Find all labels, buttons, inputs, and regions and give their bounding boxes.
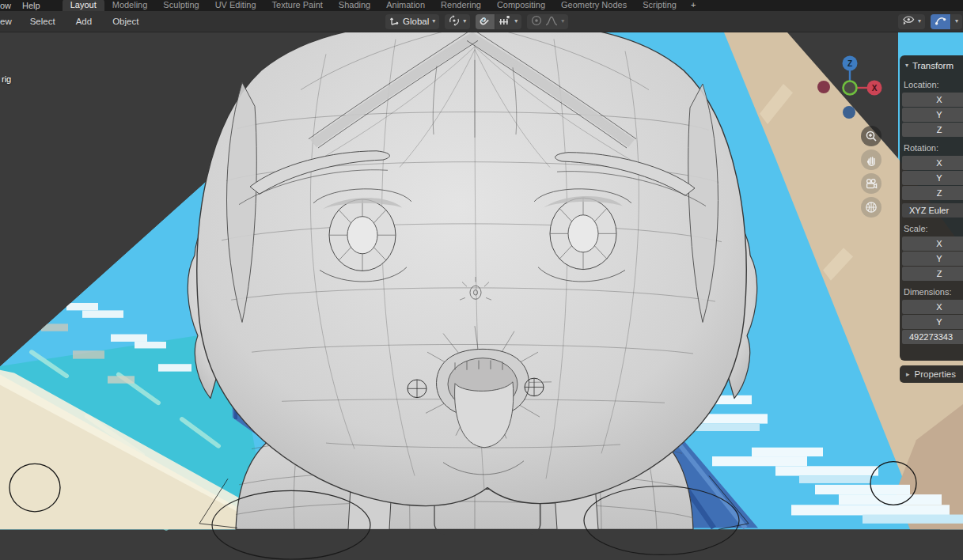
- viewport-header: ew Select Add Object Global ▾ ▾: [0, 11, 963, 32]
- properties-tab-label: Properties: [915, 369, 956, 379]
- scale-y-field[interactable]: Y: [902, 252, 963, 266]
- properties-tab[interactable]: ▸ Properties: [900, 365, 963, 383]
- chevron-down-icon: ▾: [955, 18, 958, 25]
- chevron-down-icon: ▾: [432, 18, 435, 25]
- dimensions-x-field[interactable]: X: [902, 300, 963, 314]
- show-overlays-icon: [935, 15, 946, 28]
- chevron-down-icon: ▾: [918, 18, 921, 25]
- scale-x-field[interactable]: X: [902, 236, 963, 251]
- transform-panel-header[interactable]: ▾ Transform: [900, 59, 963, 74]
- scale-label: Scale:: [904, 224, 963, 233]
- object-menu[interactable]: Object: [102, 17, 149, 26]
- tab-animation[interactable]: Animation: [378, 0, 433, 11]
- location-label: Location:: [904, 80, 963, 89]
- tab-geometry-nodes[interactable]: Geometry Nodes: [553, 0, 635, 11]
- rotation-z-field[interactable]: Z: [902, 186, 963, 200]
- show-gizmo-dropdown[interactable]: ▾: [898, 14, 925, 29]
- snap-increment-icon: [499, 15, 511, 28]
- workspace-tabs: Layout Modeling Sculpting UV Editing Tex…: [63, 0, 703, 11]
- pan-button[interactable]: [861, 149, 881, 170]
- show-overlays-toggle[interactable]: [931, 14, 950, 29]
- gizmo-axis-neg-x: [817, 81, 830, 93]
- rotation-x-field[interactable]: X: [902, 156, 963, 170]
- location-z-field[interactable]: Z: [902, 123, 963, 137]
- transform-panel: ▾ Transform Location: X Y Z Rotation: X …: [900, 55, 963, 361]
- dimensions-y-field[interactable]: Y: [902, 315, 963, 329]
- snap-to-dropdown[interactable]: ▾: [495, 14, 521, 29]
- rotation-label: Rotation:: [904, 143, 963, 153]
- falloff-curve-icon: [545, 16, 558, 28]
- chevron-down-icon: ▾: [463, 18, 466, 25]
- scale-z-field[interactable]: Z: [902, 267, 963, 281]
- orientation-value: Global: [403, 17, 429, 26]
- camera-view-button[interactable]: [861, 173, 881, 194]
- add-workspace-button[interactable]: +: [684, 0, 702, 11]
- chevron-down-icon: ▾: [514, 18, 518, 25]
- magnet-icon: [480, 15, 491, 28]
- orientation-axes-icon: [389, 16, 400, 28]
- navigation-gizmo[interactable]: Z X: [813, 55, 889, 131]
- panel-title: Transform: [912, 61, 954, 70]
- help-menu[interactable]: Help: [19, 1, 53, 11]
- tab-shading[interactable]: Shading: [331, 0, 378, 11]
- transform-orientation-dropdown[interactable]: Global ▾: [385, 14, 439, 29]
- rotation-y-field[interactable]: Y: [902, 171, 963, 185]
- dimensions-label: Dimensions:: [904, 287, 963, 297]
- pivot-point-icon: [449, 15, 460, 28]
- tab-texture-paint[interactable]: Texture Paint: [264, 0, 331, 11]
- chevron-down-icon: ▾: [905, 62, 908, 69]
- tab-scripting[interactable]: Scripting: [635, 0, 684, 11]
- viewport-menus: ew Select Add Object: [0, 11, 149, 32]
- dimensions-z-field[interactable]: 492273343: [902, 330, 963, 344]
- topbar: ow Help Layout Modeling Sculpting UV Edi…: [0, 0, 963, 11]
- snap-toggle-button[interactable]: [476, 14, 495, 29]
- rotation-mode-dropdown[interactable]: XYZ Euler: [902, 203, 963, 218]
- tab-compositing[interactable]: Compositing: [489, 0, 553, 11]
- svg-text:X: X: [872, 84, 878, 93]
- svg-text:Z: Z: [847, 59, 852, 68]
- location-x-field[interactable]: X: [902, 93, 963, 107]
- view-menu-clipped[interactable]: ew: [0, 17, 20, 26]
- snapping-cluster: ▾: [476, 14, 521, 29]
- tab-rendering[interactable]: Rendering: [433, 0, 489, 11]
- zoom-button[interactable]: [861, 126, 881, 146]
- chevron-right-icon: ▸: [906, 370, 910, 378]
- orthographic-grid-button[interactable]: [861, 197, 881, 218]
- gizmo-axis-y: [844, 81, 857, 95]
- chevron-down-icon: ▾: [561, 18, 564, 25]
- tab-sculpting[interactable]: Sculpting: [155, 0, 207, 11]
- overlays-cluster: ▾: [931, 14, 962, 29]
- tab-modeling[interactable]: Modeling: [104, 0, 156, 11]
- gizmo-axis-neg-z: [843, 106, 855, 119]
- proportional-editing-group[interactable]: ▾: [527, 14, 568, 29]
- show-gizmo-icon: [902, 15, 915, 28]
- add-menu[interactable]: Add: [66, 17, 102, 26]
- active-object-label: rig: [2, 74, 11, 84]
- pivot-point-dropdown[interactable]: ▾: [445, 14, 470, 29]
- location-y-field[interactable]: Y: [902, 108, 963, 122]
- select-menu[interactable]: Select: [20, 17, 66, 26]
- character-model[interactable]: [188, 32, 756, 559]
- proportional-editing-icon: [531, 15, 542, 28]
- window-menu-clipped[interactable]: ow: [0, 1, 19, 11]
- overlays-dropdown[interactable]: ▾: [951, 14, 962, 29]
- tab-layout[interactable]: Layout: [63, 0, 104, 11]
- tab-uv-editing[interactable]: UV Editing: [207, 0, 264, 11]
